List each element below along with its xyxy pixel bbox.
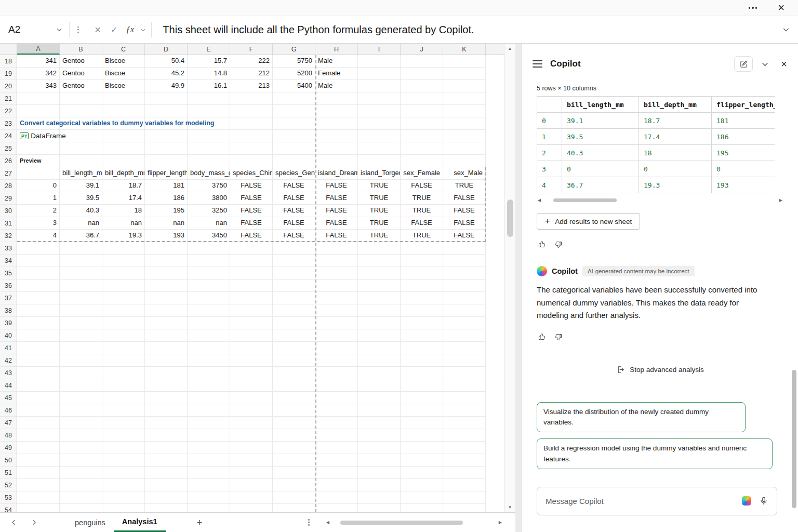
cell-D21[interactable]: [145, 92, 188, 105]
cell-B24[interactable]: [60, 130, 102, 142]
cell-G43[interactable]: [273, 367, 315, 379]
cell-G53[interactable]: [273, 491, 315, 504]
cell-C28[interactable]: 18.7: [102, 180, 145, 192]
cell-K35[interactable]: [443, 267, 486, 280]
cell-E44[interactable]: [188, 379, 230, 392]
cell-F49[interactable]: [230, 442, 273, 454]
cell-I54[interactable]: [358, 504, 401, 512]
row-header-24[interactable]: 24: [0, 130, 17, 142]
cell-D38[interactable]: [145, 304, 188, 317]
table-scroll-thumb[interactable]: [553, 198, 617, 202]
cell-G25[interactable]: [273, 142, 315, 155]
cell-C50[interactable]: [102, 454, 145, 467]
cell-I41[interactable]: [358, 342, 401, 354]
cell-C19[interactable]: Biscoe: [102, 68, 145, 80]
horizontal-scroll-track[interactable]: [333, 520, 495, 525]
cell-B38[interactable]: [60, 304, 102, 317]
cancel-icon[interactable]: ✕: [90, 25, 106, 35]
cell-H21[interactable]: [315, 92, 358, 105]
cell-K24[interactable]: [443, 130, 486, 142]
cell-G54[interactable]: [273, 504, 315, 512]
cell-B27[interactable]: bill_length_mm: [60, 167, 102, 180]
cell-A36[interactable]: [17, 280, 60, 292]
cell-K22[interactable]: [443, 105, 486, 117]
cell-B39[interactable]: [60, 317, 102, 329]
cell-F47[interactable]: [230, 417, 273, 429]
cell-D48[interactable]: [145, 429, 188, 442]
cell-I52[interactable]: [358, 479, 401, 491]
cell-I38[interactable]: [358, 304, 401, 317]
cell-H43[interactable]: [315, 367, 358, 379]
cell-K51[interactable]: [443, 467, 486, 479]
stop-analysis-button[interactable]: Stop advanced analysis: [616, 365, 704, 374]
cell-H51[interactable]: [315, 467, 358, 479]
row-header-32[interactable]: 32: [0, 230, 17, 242]
cell-H28[interactable]: FALSE: [315, 180, 358, 192]
cell-J43[interactable]: [401, 367, 443, 379]
row-header-20[interactable]: 20: [0, 80, 17, 92]
cell-E49[interactable]: [188, 442, 230, 454]
cell-D37[interactable]: [145, 292, 188, 304]
cell-B32[interactable]: 36.7: [60, 230, 102, 242]
cell-K49[interactable]: [443, 442, 486, 454]
cell-K21[interactable]: [443, 92, 486, 105]
more-options-icon[interactable]: [749, 7, 757, 9]
cell-E22[interactable]: [188, 105, 230, 117]
cell-F40[interactable]: [230, 329, 273, 342]
cell-I42[interactable]: [358, 354, 401, 367]
thumbs-up-icon[interactable]: [538, 240, 547, 249]
row-header-25[interactable]: 25: [0, 142, 17, 155]
cell-K42[interactable]: [443, 354, 486, 367]
sheet-tab-penguins[interactable]: penguins: [66, 513, 114, 532]
cell-B28[interactable]: 39.1: [60, 180, 102, 192]
cell-H45[interactable]: [315, 392, 358, 404]
cell-E30[interactable]: 3250: [188, 205, 230, 217]
cell-K50[interactable]: [443, 454, 486, 467]
row-header-51[interactable]: 51: [0, 467, 17, 479]
cell-C22[interactable]: [102, 105, 145, 117]
cell-B54[interactable]: [60, 504, 102, 512]
cell-A32[interactable]: 4: [17, 230, 60, 242]
table-scroll-right-icon[interactable]: ▶: [779, 198, 782, 203]
cell-I39[interactable]: [358, 317, 401, 329]
row-header-43[interactable]: 43: [0, 367, 17, 379]
cell-K19[interactable]: [443, 68, 486, 80]
cell-E36[interactable]: [188, 280, 230, 292]
cell-A19[interactable]: 342: [17, 68, 60, 80]
cell-C25[interactable]: [102, 142, 145, 155]
cell-C37[interactable]: [102, 292, 145, 304]
cell-B18[interactable]: Gentoo: [60, 55, 102, 68]
cell-H41[interactable]: [315, 342, 358, 354]
cell-D51[interactable]: [145, 467, 188, 479]
cell-H46[interactable]: [315, 404, 358, 417]
cell-K54[interactable]: [443, 504, 486, 512]
cell-H47[interactable]: [315, 417, 358, 429]
cell-K52[interactable]: [443, 479, 486, 491]
composer[interactable]: [537, 487, 777, 515]
cell-G28[interactable]: FALSE: [273, 180, 315, 192]
cell-A23[interactable]: Convert categorical variables to dummy v…: [17, 117, 60, 130]
cell-C35[interactable]: [102, 267, 145, 280]
cell-K48[interactable]: [443, 429, 486, 442]
cell-D26[interactable]: [145, 155, 188, 167]
cell-F28[interactable]: FALSE: [230, 180, 273, 192]
add-results-button[interactable]: + Add results to new sheet: [537, 213, 640, 230]
cell-A25[interactable]: [17, 142, 60, 155]
cell-I18[interactable]: [358, 55, 401, 68]
row-header-47[interactable]: 47: [0, 417, 17, 429]
column-header-G[interactable]: G: [273, 44, 315, 55]
cell-B29[interactable]: 39.5: [60, 192, 102, 205]
cell-I51[interactable]: [358, 467, 401, 479]
row-header-29[interactable]: 29: [0, 192, 17, 205]
cell-D53[interactable]: [145, 491, 188, 504]
cell-F32[interactable]: FALSE: [230, 230, 273, 242]
cell-G49[interactable]: [273, 442, 315, 454]
cell-E52[interactable]: [188, 479, 230, 491]
cell-C29[interactable]: 17.4: [102, 192, 145, 205]
cell-F46[interactable]: [230, 404, 273, 417]
cell-B47[interactable]: [60, 417, 102, 429]
cell-B20[interactable]: Gentoo: [60, 80, 102, 92]
cell-K37[interactable]: [443, 292, 486, 304]
cell-H32[interactable]: FALSE: [315, 230, 358, 242]
cell-I22[interactable]: [358, 105, 401, 117]
